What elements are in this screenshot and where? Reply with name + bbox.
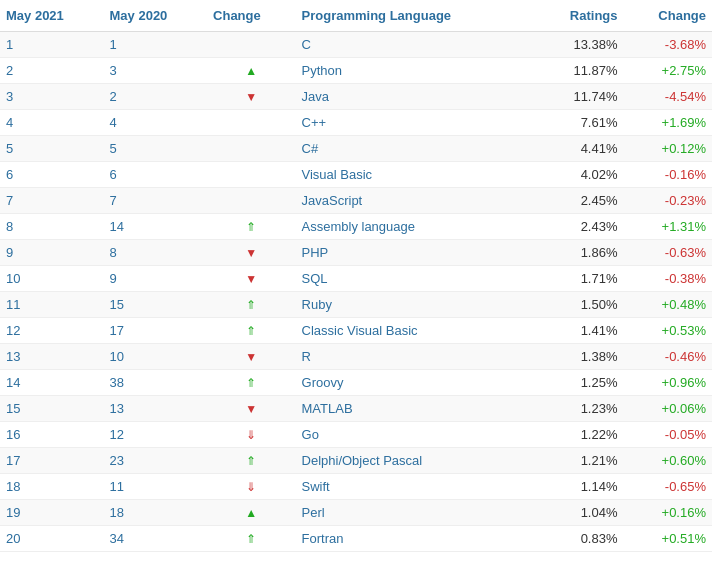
rank-may2021: 11 <box>0 292 104 318</box>
change-value: +0.16% <box>624 500 713 526</box>
rating-value: 0.83% <box>535 526 623 552</box>
change-value: -0.65% <box>624 474 713 500</box>
arrow-down-icon: ▼ <box>245 350 257 364</box>
arrow-up-double-icon: ⇑ <box>246 324 256 338</box>
change-value: +1.31% <box>624 214 713 240</box>
rank-may2020: 6 <box>104 162 208 188</box>
rank-may2020: 17 <box>104 318 208 344</box>
table-row: 5 5 C# 4.41% +0.12% <box>0 136 712 162</box>
arrow-up-double-icon: ⇑ <box>246 220 256 234</box>
rank-may2020: 2 <box>104 84 208 110</box>
change-arrow <box>207 136 295 162</box>
rank-may2020: 13 <box>104 396 208 422</box>
rating-value: 1.23% <box>535 396 623 422</box>
language-name[interactable]: Swift <box>296 474 536 500</box>
rating-value: 2.43% <box>535 214 623 240</box>
language-name[interactable]: Classic Visual Basic <box>296 318 536 344</box>
change-value: +0.48% <box>624 292 713 318</box>
language-name[interactable]: Assembly language <box>296 214 536 240</box>
table-row: 16 12 ⇓ Go 1.22% -0.05% <box>0 422 712 448</box>
table-row: 7 7 JavaScript 2.45% -0.23% <box>0 188 712 214</box>
change-value: +1.69% <box>624 110 713 136</box>
arrow-down-icon: ▼ <box>245 90 257 104</box>
language-name[interactable]: C <box>296 32 536 58</box>
language-name[interactable]: C# <box>296 136 536 162</box>
arrow-up-double-icon: ⇑ <box>246 298 256 312</box>
rank-may2021: 7 <box>0 188 104 214</box>
rank-may2021: 5 <box>0 136 104 162</box>
language-name[interactable]: PHP <box>296 240 536 266</box>
language-name[interactable]: Java <box>296 84 536 110</box>
language-name[interactable]: R <box>296 344 536 370</box>
change-value: +0.12% <box>624 136 713 162</box>
rank-may2021: 12 <box>0 318 104 344</box>
arrow-up-double-icon: ⇑ <box>246 454 256 468</box>
rank-may2020: 9 <box>104 266 208 292</box>
table-row: 13 10 ▼ R 1.38% -0.46% <box>0 344 712 370</box>
rating-value: 1.22% <box>535 422 623 448</box>
language-name[interactable]: Fortran <box>296 526 536 552</box>
language-name[interactable]: MATLAB <box>296 396 536 422</box>
rank-may2020: 23 <box>104 448 208 474</box>
arrow-up-icon: ▲ <box>245 64 257 78</box>
rank-may2021: 15 <box>0 396 104 422</box>
language-name[interactable]: Delphi/Object Pascal <box>296 448 536 474</box>
rank-may2020: 1 <box>104 32 208 58</box>
language-name[interactable]: Ruby <box>296 292 536 318</box>
table-row: 2 3 ▲ Python 11.87% +2.75% <box>0 58 712 84</box>
rating-value: 1.21% <box>535 448 623 474</box>
language-name[interactable]: SQL <box>296 266 536 292</box>
change-arrow: ▲ <box>207 500 295 526</box>
language-name[interactable]: Perl <box>296 500 536 526</box>
change-value: -4.54% <box>624 84 713 110</box>
rating-value: 1.41% <box>535 318 623 344</box>
rating-value: 1.25% <box>535 370 623 396</box>
rating-value: 1.71% <box>535 266 623 292</box>
rank-may2021: 14 <box>0 370 104 396</box>
rank-may2021: 6 <box>0 162 104 188</box>
language-name[interactable]: Visual Basic <box>296 162 536 188</box>
change-value: -0.46% <box>624 344 713 370</box>
language-name[interactable]: Python <box>296 58 536 84</box>
table-row: 14 38 ⇑ Groovy 1.25% +0.96% <box>0 370 712 396</box>
change-value: -0.63% <box>624 240 713 266</box>
change-value: -3.68% <box>624 32 713 58</box>
rating-value: 4.02% <box>535 162 623 188</box>
change-arrow: ⇑ <box>207 370 295 396</box>
change-arrow: ⇓ <box>207 422 295 448</box>
header-may2020: May 2020 <box>104 0 208 32</box>
change-arrow <box>207 162 295 188</box>
table-row: 19 18 ▲ Perl 1.04% +0.16% <box>0 500 712 526</box>
rating-value: 13.38% <box>535 32 623 58</box>
rank-may2020: 14 <box>104 214 208 240</box>
table-row: 9 8 ▼ PHP 1.86% -0.63% <box>0 240 712 266</box>
language-name[interactable]: Groovy <box>296 370 536 396</box>
rank-may2021: 16 <box>0 422 104 448</box>
change-value: -0.38% <box>624 266 713 292</box>
change-value: +0.60% <box>624 448 713 474</box>
change-value: -0.05% <box>624 422 713 448</box>
rank-may2020: 12 <box>104 422 208 448</box>
table-row: 17 23 ⇑ Delphi/Object Pascal 1.21% +0.60… <box>0 448 712 474</box>
change-value: -0.16% <box>624 162 713 188</box>
rating-value: 4.41% <box>535 136 623 162</box>
rating-value: 2.45% <box>535 188 623 214</box>
rank-may2020: 7 <box>104 188 208 214</box>
rank-may2021: 13 <box>0 344 104 370</box>
arrow-down-icon: ▼ <box>245 402 257 416</box>
change-arrow <box>207 188 295 214</box>
table-row: 3 2 ▼ Java 11.74% -4.54% <box>0 84 712 110</box>
header-may2021: May 2021 <box>0 0 104 32</box>
rank-may2020: 8 <box>104 240 208 266</box>
rank-may2020: 3 <box>104 58 208 84</box>
rank-may2020: 34 <box>104 526 208 552</box>
language-name[interactable]: JavaScript <box>296 188 536 214</box>
change-arrow: ▼ <box>207 396 295 422</box>
language-name[interactable]: Go <box>296 422 536 448</box>
arrow-down-double-icon: ⇓ <box>246 480 256 494</box>
change-value: +2.75% <box>624 58 713 84</box>
language-name[interactable]: C++ <box>296 110 536 136</box>
change-value: -0.23% <box>624 188 713 214</box>
rank-may2021: 2 <box>0 58 104 84</box>
rating-value: 11.74% <box>535 84 623 110</box>
